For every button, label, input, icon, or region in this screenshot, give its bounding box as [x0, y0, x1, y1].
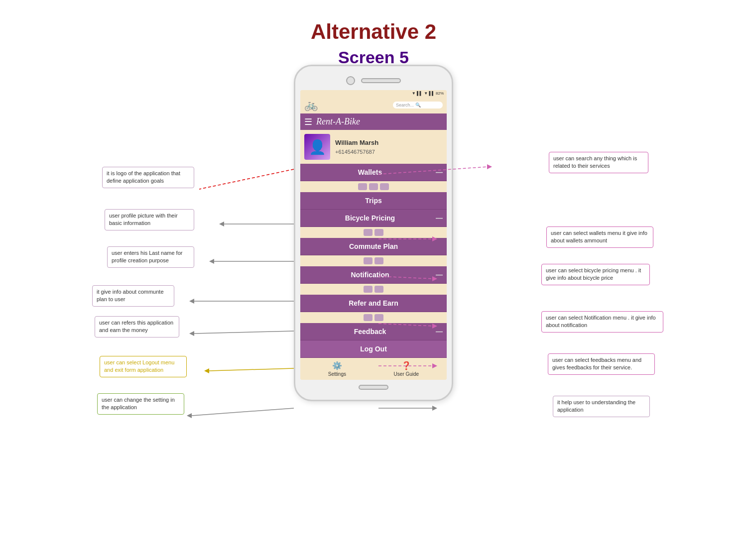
userguide-annotation: it help user to understanding the applic… [553, 396, 650, 417]
status-signal: ▼ ▌▌ [412, 91, 422, 96]
user-guide-icon: ❓ [401, 361, 411, 370]
menu-logout-label: Log Out [304, 345, 443, 353]
menu-notification-label: Notification [304, 271, 436, 279]
settings-annotation: user can change the setting in the appli… [97, 393, 184, 415]
svg-line-9 [209, 368, 294, 371]
bottom-bar: ⚙️ Settings ❓ User Guide [300, 358, 447, 380]
profile-section: 👤 William Marsh +614546757687 [300, 130, 447, 164]
settings-button[interactable]: ⚙️ Settings [328, 361, 346, 377]
menu-notification[interactable]: Notification — [300, 266, 447, 284]
app-nav: ☰ Rent-A-Bike [300, 113, 447, 130]
menu-feedback[interactable]: Feedback — [300, 323, 447, 340]
menu-bicycle-pricing-label: Bicycle Pricing [304, 214, 436, 222]
phone-speaker [361, 78, 401, 83]
trips-image-row [300, 181, 447, 192]
app-brand: Rent-A-Bike [316, 116, 360, 127]
svg-marker-24 [432, 406, 437, 411]
svg-marker-2 [219, 222, 224, 226]
svg-marker-12 [187, 413, 192, 418]
feedback-image-row [300, 312, 447, 323]
notification-annotation: user can select Notification menu . it g… [541, 311, 663, 333]
svg-line-7 [194, 331, 294, 334]
profile-name: William Marsh [335, 138, 378, 148]
search-annotation: user can search any thing which is relat… [549, 152, 648, 173]
app-header: 🚲 Search... 🔍 [300, 97, 447, 113]
refer-annotation: user can refers this application and ear… [95, 316, 179, 337]
page-title: Alternative 2 [0, 20, 747, 44]
phone-camera [346, 76, 355, 85]
profile-annotation: user profile picture with their basic in… [105, 209, 194, 230]
hamburger-icon[interactable]: ☰ [304, 117, 312, 126]
menu-feedback-label: Feedback [304, 328, 436, 336]
menu-logout[interactable]: Log Out [300, 340, 447, 358]
svg-marker-4 [209, 259, 214, 264]
refer-image-row [300, 284, 447, 295]
svg-line-0 [199, 169, 294, 189]
avatar: 👤 [304, 134, 330, 160]
notification-image-row [300, 255, 447, 266]
profile-phone: +614546757687 [335, 148, 378, 156]
search-icon: 🔍 [415, 103, 421, 108]
search-placeholder: Search... [396, 103, 414, 108]
settings-label: Settings [328, 371, 346, 377]
menu-refer-label: Refer and Earn [304, 299, 443, 307]
user-guide-button[interactable]: ❓ User Guide [394, 361, 419, 377]
commute-annotation: it give info about communte plan to user [92, 285, 174, 307]
phone-mockup: ▼ ▌▌ ▼ ▌▌ 82% 🚲 Search... 🔍 ☰ Rent-A-Bik… [294, 65, 453, 401]
status-bar: ▼ ▌▌ ▼ ▌▌ 82% [300, 90, 447, 97]
menu-trips[interactable]: Trips [300, 192, 447, 210]
home-button[interactable] [359, 385, 388, 390]
menu-feedback-dash: — [436, 328, 443, 336]
menu-notification-dash: — [436, 271, 443, 279]
svg-marker-6 [189, 299, 194, 304]
menu-refer-earn[interactable]: Refer and Earn [300, 295, 447, 312]
menu-wallets-label: Wallets [304, 168, 436, 176]
menu-trips-label: Trips [304, 197, 443, 205]
app-logo-icon: 🚲 [304, 99, 318, 112]
logout-annotation: user can select Logout menu and exit for… [100, 356, 187, 377]
logo-annotation: it is logo of the application that defin… [102, 167, 194, 188]
commute-image-row [300, 227, 447, 238]
phone-screen: ▼ ▌▌ ▼ ▌▌ 82% 🚲 Search... 🔍 ☰ Rent-A-Bik… [300, 90, 447, 380]
menu-wallets-dash: — [436, 168, 443, 176]
svg-marker-14 [487, 164, 492, 169]
feedback-annotation: user can select feedbacks menu and gives… [548, 353, 655, 375]
user-guide-label: User Guide [394, 371, 419, 377]
profile-info: William Marsh +614546757687 [335, 138, 378, 156]
svg-marker-10 [204, 368, 209, 373]
wallets-annotation: user can select wallets menu it give inf… [546, 226, 653, 248]
menu-bicycle-pricing[interactable]: Bicycle Pricing — [300, 210, 447, 227]
menu-bicycle-dash: — [436, 214, 443, 222]
lastname-annotation: user enters his Last name for profile cr… [107, 246, 194, 268]
search-bar[interactable]: Search... 🔍 [393, 102, 443, 109]
bicycle-annotation: user can select bicycle pricing menu . i… [541, 264, 650, 285]
svg-line-11 [192, 408, 294, 416]
svg-marker-8 [189, 331, 194, 336]
settings-icon: ⚙️ [332, 361, 342, 370]
menu-wallets[interactable]: Wallets — [300, 164, 447, 181]
status-battery: ▼ ▌▌ 82% [424, 91, 444, 96]
menu-commute-label: Commute Plan [304, 242, 443, 250]
menu-commute-plan[interactable]: Commute Plan [300, 238, 447, 255]
